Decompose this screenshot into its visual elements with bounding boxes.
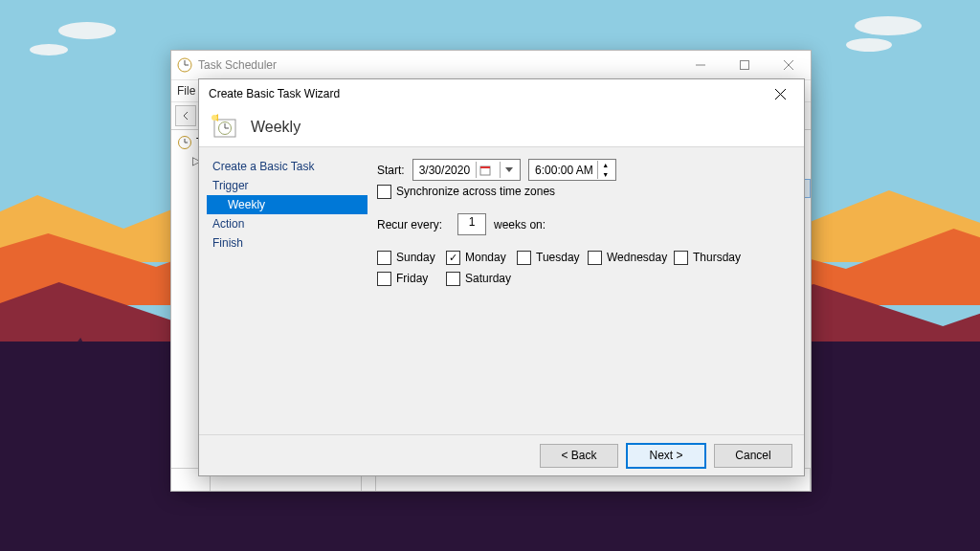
cancel-button[interactable]: Cancel [714, 444, 792, 468]
nav-back-button[interactable] [175, 105, 196, 126]
recur-label-1: Recur every: [377, 218, 442, 231]
start-time-value: 6:00:00 AM [535, 164, 593, 177]
step-weekly[interactable]: Weekly [207, 195, 368, 214]
day-sunday[interactable]: Sunday [377, 247, 446, 268]
wizard-content: Start: 3/30/2020 6:00:00 AM ▲ ▼ Synchron… [368, 147, 804, 434]
wizard-header-icon [209, 112, 239, 143]
day-friday[interactable]: Friday [377, 268, 446, 289]
checkbox-icon [674, 251, 688, 265]
minimize-button[interactable] [679, 51, 723, 79]
step-finish[interactable]: Finish [207, 233, 368, 253]
maximize-button[interactable] [723, 51, 767, 79]
titlebar[interactable]: Task Scheduler [171, 51, 811, 80]
app-icon [177, 57, 192, 73]
day-thursday[interactable]: Thursday [674, 247, 750, 268]
wizard-close-button[interactable] [760, 80, 800, 107]
svg-rect-4 [741, 61, 749, 70]
day-monday[interactable]: Monday [446, 247, 517, 268]
create-basic-task-wizard: Create Basic Task Wizard Weekly Create a… [198, 78, 805, 476]
weekday-checkboxes: Sunday Monday Tuesday Wednesday Thursday… [377, 247, 791, 289]
start-label: Start: [377, 164, 405, 177]
recur-weeks-input[interactable]: 1 [457, 213, 486, 235]
checkbox-icon [517, 251, 531, 265]
wizard-header-title: Weekly [251, 119, 301, 136]
recur-label-2: weeks on: [494, 218, 546, 231]
day-wednesday[interactable]: Wednesday [588, 247, 674, 268]
sync-timezones-label: Synchronize across time zones [396, 185, 555, 198]
time-spinner[interactable]: ▲ ▼ [597, 161, 613, 179]
day-saturday[interactable]: Saturday [446, 268, 523, 289]
checkbox-icon [377, 251, 391, 265]
wizard-title: Create Basic Task Wizard [209, 87, 340, 100]
checkbox-icon [377, 272, 391, 286]
wizard-titlebar[interactable]: Create Basic Task Wizard [199, 79, 804, 108]
calendar-icon[interactable] [476, 162, 494, 178]
svg-point-18 [212, 115, 217, 121]
wizard-footer: < Back Next > Cancel [199, 434, 804, 475]
step-action[interactable]: Action [207, 214, 368, 233]
date-dropdown-icon[interactable] [500, 162, 518, 178]
start-time-picker[interactable]: 6:00:00 AM ▲ ▼ [528, 159, 616, 181]
wizard-steps: Create a Basic Task Trigger Weekly Actio… [199, 147, 368, 434]
step-trigger[interactable]: Trigger [207, 176, 368, 195]
clock-icon [177, 135, 192, 150]
start-date-value: 3/30/2020 [419, 164, 470, 177]
checkbox-icon [588, 251, 602, 265]
checkbox-icon [446, 272, 460, 286]
day-tuesday[interactable]: Tuesday [517, 247, 588, 268]
back-button[interactable]: < Back [540, 444, 618, 468]
spin-down-icon[interactable]: ▼ [598, 170, 613, 180]
start-date-picker[interactable]: 3/30/2020 [412, 159, 521, 181]
spin-up-icon[interactable]: ▲ [598, 161, 613, 170]
checkbox-icon [377, 185, 391, 199]
sync-timezones-checkbox[interactable]: Synchronize across time zones [377, 181, 555, 202]
menu-file[interactable]: File [177, 84, 195, 98]
window-title: Task Scheduler [198, 58, 277, 72]
close-button[interactable] [767, 51, 811, 79]
svg-rect-20 [480, 166, 490, 168]
next-button[interactable]: Next > [626, 443, 706, 469]
step-create-basic-task[interactable]: Create a Basic Task [207, 157, 368, 176]
checkbox-icon [446, 251, 460, 265]
